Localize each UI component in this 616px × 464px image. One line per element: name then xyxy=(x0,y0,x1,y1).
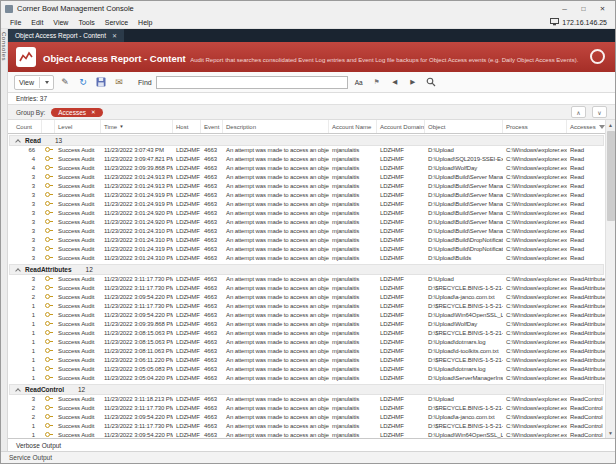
table-row[interactable]: 1Success Audit11/23/2022 3:08:15.063 PML… xyxy=(8,338,605,347)
scroll-thumb[interactable] xyxy=(607,131,615,221)
table-row[interactable]: 3Success Audit11/23/2022 3:01:24.310 PML… xyxy=(8,236,605,245)
audit-key-icon xyxy=(45,165,53,170)
table-row[interactable]: 3Success Audit11/23/2022 3:11:17.730 PML… xyxy=(8,275,605,284)
table-row[interactable]: 3Success Audit11/23/2022 3:01:24.913 PML… xyxy=(8,182,605,191)
save-icon[interactable] xyxy=(94,75,108,89)
audit-key-icon xyxy=(45,237,53,242)
column-header-time[interactable]: Time▼ xyxy=(101,120,173,133)
scroll-down-button[interactable]: ▼ xyxy=(606,428,616,438)
email-icon[interactable]: ✉ xyxy=(112,75,126,89)
table-row[interactable]: 3Success Audit11/23/2022 3:01:24.919 PML… xyxy=(8,200,605,209)
table-row[interactable]: 2Success Audit11/23/2022 3:09:54.220 PML… xyxy=(8,293,605,302)
refresh-icon[interactable]: ↻ xyxy=(76,75,90,89)
column-header-host[interactable]: Host xyxy=(173,120,201,133)
search-icon[interactable] xyxy=(424,75,438,89)
column-header-accesses[interactable]: Accesses xyxy=(567,120,607,133)
table-row[interactable]: 1Success Audit11/23/2022 3:05:05.083 PML… xyxy=(8,365,605,374)
column-header-account-name[interactable]: Account Name xyxy=(329,120,377,133)
edit-pencil-icon[interactable]: ✎ xyxy=(58,75,72,89)
group-header-readcontrol[interactable]: ReadControl12 xyxy=(9,384,604,395)
table-row[interactable]: 2Success Audit11/23/2022 3:11:17.730 PML… xyxy=(8,404,605,413)
table-row[interactable]: 1Success Audit11/23/2022 3:05:04.220 PML… xyxy=(8,374,605,383)
table-row[interactable]: 3Success Audit11/23/2022 3:11:18.213 PML… xyxy=(8,395,605,404)
find-input[interactable] xyxy=(156,76,348,89)
table-row[interactable]: 4Success Audit11/23/2022 3:09:47.821 PML… xyxy=(8,155,605,164)
find-previous-button[interactable]: ◀ xyxy=(388,75,402,89)
audit-key-icon xyxy=(45,174,53,179)
group-by-bar: Group By: Accesses ✕ ∧ ∨ xyxy=(8,104,615,120)
highlight-flag-button[interactable]: ⚑ xyxy=(370,75,384,89)
collapse-all-button[interactable]: ∧ xyxy=(571,106,586,118)
column-header-icon[interactable] xyxy=(42,120,55,133)
group-name: ReadControl xyxy=(25,386,64,393)
audit-key-icon xyxy=(45,303,53,308)
table-row[interactable]: 1Success Audit11/23/2022 3:11:17.730 PML… xyxy=(8,302,605,311)
menu-service[interactable]: Service xyxy=(100,19,133,26)
column-header-account-domain[interactable]: Account Domain xyxy=(377,120,425,133)
group-name: Read xyxy=(25,137,41,144)
sort-desc-icon: ▼ xyxy=(119,124,123,129)
table-row[interactable]: 3Success Audit11/23/2022 3:01:24.920 PML… xyxy=(8,218,605,227)
table-row[interactable]: 2Success Audit11/23/2022 3:09:54.220 PML… xyxy=(8,413,605,422)
table-row[interactable]: 1Success Audit11/23/2022 3:08:11.063 PML… xyxy=(8,347,605,356)
menu-help[interactable]: Help xyxy=(133,19,157,26)
verbose-output-panel[interactable]: Verbose Output xyxy=(8,438,615,451)
group-count: 12 xyxy=(86,266,93,273)
menu-file[interactable]: File xyxy=(5,19,26,26)
minimize-button[interactable]: ─ xyxy=(556,3,573,15)
collapse-chevron-icon[interactable] xyxy=(15,268,21,274)
table-row[interactable]: 3Success Audit11/23/2022 3:01:24.319 PML… xyxy=(8,245,605,254)
table-row[interactable]: 1Success Audit11/23/2022 3:09:39.868 PML… xyxy=(8,320,605,329)
view-dropdown-button[interactable]: View xyxy=(14,75,54,90)
column-header-count[interactable]: Count xyxy=(8,120,42,133)
table-row[interactable]: 2Success Audit11/23/2022 3:11:17.730 PML… xyxy=(8,284,605,293)
menu-view[interactable]: View xyxy=(48,19,73,26)
tab-close-icon[interactable]: ✕ xyxy=(112,32,117,39)
table-row[interactable]: 3Success Audit11/23/2022 3:01:24.310 PML… xyxy=(8,254,605,263)
maximize-button[interactable]: □ xyxy=(575,3,592,15)
monitor-icon xyxy=(550,18,559,26)
title-bar: Corner Bowl Management Console ─ □ ✕ xyxy=(1,1,615,16)
menu-edit[interactable]: Edit xyxy=(26,19,48,26)
audit-key-icon xyxy=(45,423,53,428)
column-header-description[interactable]: Description xyxy=(223,120,329,133)
close-button[interactable]: ✕ xyxy=(594,3,611,15)
column-header-process[interactable]: Process xyxy=(503,120,567,133)
group-name: ReadAttributes xyxy=(25,266,72,273)
audit-key-icon xyxy=(45,285,53,290)
consoles-strip[interactable]: Consoles xyxy=(1,29,8,451)
menu-tools[interactable]: Tools xyxy=(73,19,99,26)
audit-key-icon xyxy=(45,339,53,344)
column-header-object[interactable]: Object xyxy=(425,120,503,133)
table-row[interactable]: 1Success Audit11/23/2022 3:08:15.063 PML… xyxy=(8,329,605,338)
table-row[interactable]: 3Success Audit11/23/2022 3:01:24.310 PML… xyxy=(8,227,605,236)
connected-server: 172.16.146.25 xyxy=(550,18,611,26)
tab-object-access-report[interactable]: Object Access Report - Content ✕ xyxy=(8,29,124,42)
collapse-chevron-icon[interactable] xyxy=(15,139,21,145)
table-row[interactable]: 3Success Audit11/23/2022 3:01:24.913 PML… xyxy=(8,173,605,182)
table-row[interactable]: 3Success Audit11/23/2022 3:01:24.920 PML… xyxy=(8,209,605,218)
table-row[interactable]: 1Success Audit11/23/2022 3:09:54.220 PML… xyxy=(8,431,605,438)
table-row[interactable]: 1Success Audit11/23/2022 3:11:17.730 PML… xyxy=(8,422,605,431)
chip-close-icon[interactable]: ✕ xyxy=(91,109,96,115)
audit-key-icon xyxy=(45,183,53,188)
table-row[interactable]: 4Success Audit11/23/2022 3:09:39.868 PML… xyxy=(8,164,605,173)
find-next-button[interactable]: ▶ xyxy=(406,75,420,89)
collapse-chevron-icon[interactable] xyxy=(15,388,21,394)
tab-label: Object Access Report - Content xyxy=(15,32,106,39)
group-header-readattributes[interactable]: ReadAttributes12 xyxy=(9,264,604,275)
column-header-event[interactable]: Event xyxy=(201,120,223,133)
group-chip-accesses[interactable]: Accesses ✕ xyxy=(51,108,102,117)
table-row[interactable]: 66Success Audit11/23/2022 3:07:43 PMLDZH… xyxy=(8,146,605,155)
find-label: Find xyxy=(138,79,152,86)
table-row[interactable]: 1Success Audit11/23/2022 3:09:54.220 PML… xyxy=(8,311,605,320)
group-header-read[interactable]: Read13 xyxy=(9,135,604,146)
table-row[interactable]: 1Success Audit11/23/2022 3:06:11.220 PML… xyxy=(8,356,605,365)
column-header-level[interactable]: Level xyxy=(55,120,101,133)
scroll-up-button[interactable]: ▲ xyxy=(606,120,616,130)
table-row[interactable]: 3Success Audit11/23/2022 3:01:24.919 PML… xyxy=(8,191,605,200)
table-header-row: CountLevelTime▼HostEventDescriptionAccou… xyxy=(8,120,605,134)
match-case-button[interactable]: Aa xyxy=(352,75,366,89)
expand-all-button[interactable]: ∨ xyxy=(592,106,607,118)
vertical-scrollbar[interactable]: ▲ ▼ xyxy=(605,120,615,438)
